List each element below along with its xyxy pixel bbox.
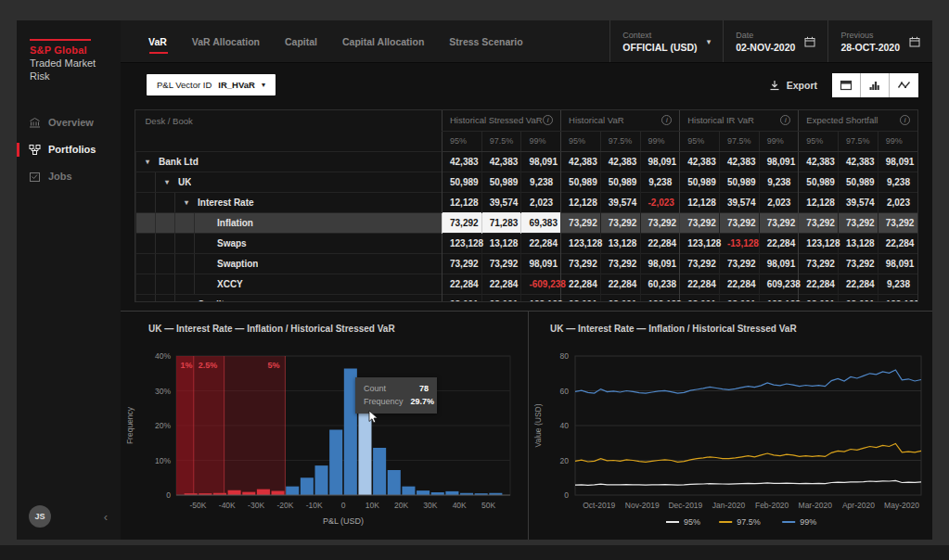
value-cell[interactable]: 42,383: [481, 151, 521, 172]
line-view-button[interactable]: [890, 73, 918, 97]
value-cell[interactable]: 42,383: [839, 151, 878, 172]
value-cell[interactable]: 73,292: [442, 253, 482, 274]
value-cell[interactable]: 13,128: [600, 233, 640, 253]
value-cell[interactable]: 73,292: [839, 212, 878, 233]
sidebar-item-jobs[interactable]: Jobs: [17, 163, 121, 190]
context-selector[interactable]: Context OFFICIAL (USD) ▾: [609, 20, 723, 62]
value-cell[interactable]: 22,284: [759, 233, 799, 253]
value-cell[interactable]: 60,238: [640, 274, 680, 294]
value-cell[interactable]: 123,128: [640, 294, 680, 302]
value-cell[interactable]: 73,292: [640, 212, 680, 233]
value-cell[interactable]: -2,023: [640, 192, 680, 212]
histogram-chart[interactable]: 010%20%30%40%1%2.5%5%-50K-40K-30K-20K-10…: [121, 341, 529, 538]
tab-var-allocation[interactable]: VaR Allocation: [192, 20, 260, 62]
value-cell[interactable]: 50,989: [561, 172, 601, 192]
value-cell[interactable]: 22,284: [839, 274, 878, 294]
value-cell[interactable]: 73,292: [561, 253, 601, 274]
value-cell[interactable]: 9,238: [878, 172, 917, 192]
pl-vector-id-dropdown[interactable]: P&L Vector ID IR_HVaR ▾: [147, 74, 276, 95]
value-cell[interactable]: 12,128: [799, 192, 839, 212]
desk-book-cell[interactable]: ▾UK: [136, 172, 442, 192]
info-icon[interactable]: i: [543, 115, 553, 125]
value-cell[interactable]: 69,383: [521, 212, 561, 233]
date-selector[interactable]: Date 02-NOV-2020: [723, 20, 827, 62]
value-cell[interactable]: 22,284: [561, 274, 601, 294]
value-cell[interactable]: 73,292: [561, 212, 601, 233]
info-icon[interactable]: i: [900, 115, 910, 125]
desk-book-cell[interactable]: ▸Credit: [136, 294, 442, 302]
value-cell[interactable]: 98,091: [759, 151, 799, 172]
value-cell[interactable]: 22,284: [442, 274, 482, 294]
desk-book-cell[interactable]: ▾Interest Rate: [136, 192, 442, 212]
value-cell[interactable]: 50,989: [799, 172, 839, 192]
value-cell[interactable]: 2,023: [759, 192, 799, 212]
histogram-view-button[interactable]: [861, 73, 890, 97]
value-cell[interactable]: 98,091: [799, 294, 839, 302]
value-cell[interactable]: 98,091: [839, 294, 878, 302]
value-cell[interactable]: 123,128: [442, 233, 482, 253]
value-cell[interactable]: 73,292: [442, 212, 482, 233]
tab-stress-scenario[interactable]: Stress Scenario: [449, 20, 522, 62]
value-cell[interactable]: 22,284: [799, 274, 839, 294]
value-cell[interactable]: 2,023: [878, 192, 917, 212]
value-cell[interactable]: 42,383: [680, 151, 720, 172]
value-cell[interactable]: 39,574: [600, 192, 640, 212]
value-cell[interactable]: 98,091: [442, 294, 482, 302]
table-row-credit[interactable]: ▸Credit98,09198,091123,12898,09198,09112…: [136, 294, 918, 302]
value-cell[interactable]: 50,989: [442, 172, 482, 192]
value-cell[interactable]: -13,128: [719, 233, 759, 253]
value-cell[interactable]: 98,091: [640, 253, 680, 274]
value-cell[interactable]: 73,292: [481, 253, 521, 274]
value-cell[interactable]: 98,091: [878, 151, 917, 172]
value-cell[interactable]: 73,292: [680, 212, 720, 233]
value-cell[interactable]: 22,284: [878, 233, 917, 253]
risk-table-container[interactable]: Desk / BookHistorical Stressed VaRiHisto…: [135, 109, 918, 302]
value-cell[interactable]: 123,128: [561, 233, 601, 253]
desk-book-cell[interactable]: Swaps: [136, 233, 442, 253]
value-cell[interactable]: 98,091: [878, 253, 917, 274]
value-cell[interactable]: 73,292: [600, 253, 640, 274]
value-cell[interactable]: 98,091: [521, 253, 561, 274]
value-cell[interactable]: 22,284: [481, 274, 521, 294]
sidebar-item-portfolios[interactable]: Portfolios: [17, 136, 121, 163]
value-cell[interactable]: 12,128: [561, 192, 601, 212]
value-cell[interactable]: 39,574: [839, 192, 878, 212]
value-cell[interactable]: 98,091: [680, 294, 720, 302]
table-row-uk[interactable]: ▾UK50,98950,9899,23850,98950,9899,23850,…: [136, 172, 918, 192]
value-cell[interactable]: 609,238: [759, 274, 799, 294]
desk-book-cell[interactable]: XCCY: [136, 274, 442, 294]
desk-book-cell[interactable]: Inflation: [136, 212, 442, 233]
value-cell[interactable]: 50,989: [680, 172, 720, 192]
table-row-bank-ltd[interactable]: ▾Bank Ltd42,38342,38398,09142,38342,3839…: [136, 151, 918, 172]
value-cell[interactable]: 42,383: [561, 151, 601, 172]
value-cell[interactable]: 9,238: [878, 274, 917, 294]
value-cell[interactable]: 73,292: [719, 212, 759, 233]
value-cell[interactable]: 123,128: [521, 294, 561, 302]
tab-var[interactable]: VaR: [148, 20, 167, 62]
avatar[interactable]: JS: [29, 505, 51, 528]
value-cell[interactable]: 42,383: [600, 151, 640, 172]
info-icon[interactable]: i: [661, 115, 672, 125]
value-cell[interactable]: 12,128: [442, 192, 482, 212]
collapse-caret-icon[interactable]: ▾: [165, 178, 173, 186]
value-cell[interactable]: 42,383: [719, 151, 759, 172]
value-cell[interactable]: 98,091: [759, 253, 799, 274]
value-cell[interactable]: 22,284: [640, 233, 680, 253]
value-cell[interactable]: 98,091: [521, 151, 561, 172]
desk-book-cell[interactable]: Swaption: [136, 253, 442, 274]
value-cell[interactable]: 73,292: [600, 212, 640, 233]
collapse-caret-icon[interactable]: ▾: [146, 158, 153, 166]
value-cell[interactable]: 50,989: [839, 172, 878, 192]
value-cell[interactable]: 50,989: [481, 172, 521, 192]
previous-date-selector[interactable]: Previous 28-OCT-2020: [827, 20, 932, 62]
value-cell[interactable]: 98,091: [719, 294, 759, 302]
table-row-swaps[interactable]: Swaps123,12813,12822,284123,12813,12822,…: [136, 233, 918, 253]
value-cell[interactable]: 50,989: [600, 172, 640, 192]
value-cell[interactable]: 9,238: [640, 172, 680, 192]
value-cell[interactable]: 98,091: [481, 294, 521, 302]
table-row-swaption[interactable]: Swaption73,29273,29298,09173,29273,29298…: [136, 253, 918, 274]
table-row-xccy[interactable]: XCCY22,28422,284-609,23822,28422,28460,2…: [136, 274, 918, 294]
value-cell[interactable]: 39,574: [481, 192, 521, 212]
value-cell[interactable]: 9,238: [759, 172, 799, 192]
value-cell[interactable]: 73,292: [759, 212, 799, 233]
